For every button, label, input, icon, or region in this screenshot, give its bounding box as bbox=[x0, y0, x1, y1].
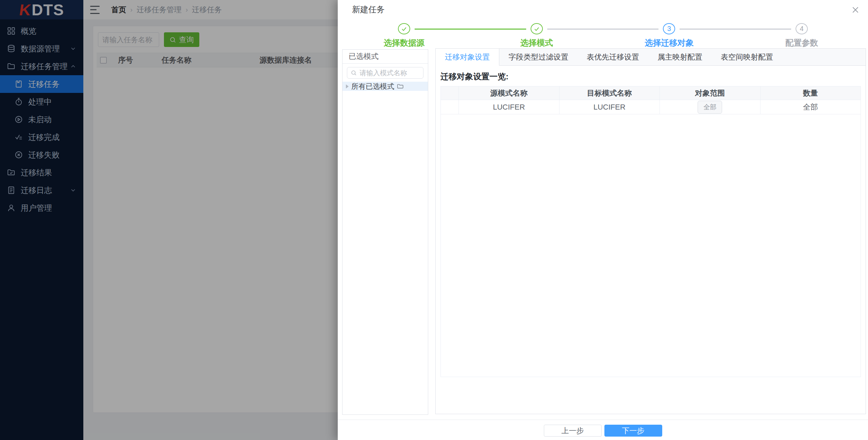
schema-search-input[interactable] bbox=[360, 69, 420, 77]
count-cell: 全部 bbox=[761, 100, 861, 114]
step-connector bbox=[547, 29, 659, 30]
step-label: 选择模式 bbox=[520, 37, 553, 48]
step-number: 4 bbox=[796, 23, 808, 34]
step-select-mode: 选择模式 bbox=[470, 19, 603, 48]
tree-item-label: 所有已选模式 bbox=[351, 82, 394, 91]
column-header-empty bbox=[441, 86, 459, 100]
wizard-steps: 选择数据源 选择模式 3 选择迁移对象 4 配置参数 bbox=[338, 19, 868, 48]
close-icon[interactable] bbox=[851, 5, 860, 14]
drawer-title: 新建任务 bbox=[352, 4, 385, 15]
settings-tabs: 迁移对象设置 字段类型过滤设置 表优先迁移设置 属主映射配置 表空间映射配置 bbox=[436, 49, 866, 66]
step-connector-done bbox=[415, 29, 526, 30]
step-check-icon bbox=[531, 23, 543, 34]
object-settings-table: 源模式名称 目标模式名称 对象范围 数量 LUCIFER LUCIFER 全部 … bbox=[440, 86, 861, 377]
column-header-source-schema: 源模式名称 bbox=[459, 86, 560, 100]
drawer-footer: 上一步 下一步 bbox=[338, 420, 868, 440]
tab-tablespace-mapping[interactable]: 表空间映射配置 bbox=[712, 49, 782, 65]
step-label: 选择数据源 bbox=[384, 37, 424, 48]
tab-field-type-filter[interactable]: 字段类型过滤设置 bbox=[499, 49, 578, 65]
search-icon bbox=[351, 70, 357, 76]
selected-schema-panel: 已选模式 所有已选模式 bbox=[342, 49, 428, 415]
tab-owner-mapping[interactable]: 属主映射配置 bbox=[648, 49, 712, 65]
column-header-object-scope: 对象范围 bbox=[660, 86, 761, 100]
drawer-header: 新建任务 bbox=[338, 0, 868, 19]
tree-item-all-schemas[interactable]: 所有已选模式 bbox=[343, 82, 428, 91]
new-task-drawer: 新建任务 选择数据源 选择模式 3 选 bbox=[338, 0, 868, 440]
scope-all-button[interactable]: 全部 bbox=[698, 101, 722, 114]
schema-panel-title: 已选模式 bbox=[343, 50, 428, 64]
previous-step-button[interactable]: 上一步 bbox=[544, 425, 602, 437]
table-row: LUCIFER LUCIFER 全部 全部 bbox=[441, 100, 861, 114]
step-select-datasource: 选择数据源 bbox=[338, 19, 470, 48]
folder-icon bbox=[397, 83, 404, 89]
caret-right-icon[interactable] bbox=[346, 84, 349, 88]
step-select-objects: 3 选择迁移对象 bbox=[603, 19, 736, 48]
object-scope-cell: 全部 bbox=[660, 100, 761, 114]
step-label: 选择迁移对象 bbox=[645, 37, 694, 48]
column-header-count: 数量 bbox=[761, 86, 861, 100]
step-connector bbox=[680, 29, 791, 30]
migration-settings-panel: 迁移对象设置 字段类型过滤设置 表优先迁移设置 属主映射配置 表空间映射配置 迁… bbox=[435, 48, 866, 414]
target-schema-cell: LUCIFER bbox=[560, 100, 660, 114]
step-number: 3 bbox=[663, 23, 675, 34]
column-header-target-schema: 目标模式名称 bbox=[560, 86, 660, 100]
row-empty-cell bbox=[441, 100, 459, 114]
table-header-row: 源模式名称 目标模式名称 对象范围 数量 bbox=[441, 86, 861, 100]
tab-object-settings[interactable]: 迁移对象设置 bbox=[436, 49, 499, 66]
step-configure-params: 4 配置参数 bbox=[735, 19, 868, 48]
source-schema-cell: LUCIFER bbox=[459, 100, 560, 114]
step-check-icon bbox=[398, 23, 410, 34]
tab-table-priority[interactable]: 表优先迁移设置 bbox=[578, 49, 648, 65]
next-step-button[interactable]: 下一步 bbox=[604, 425, 662, 437]
app-root: K DTS 概览 数据源管理 bbox=[0, 0, 868, 440]
overview-title: 迁移对象设置一览: bbox=[440, 71, 866, 82]
schema-search-box bbox=[347, 67, 423, 79]
step-label: 配置参数 bbox=[785, 37, 818, 48]
